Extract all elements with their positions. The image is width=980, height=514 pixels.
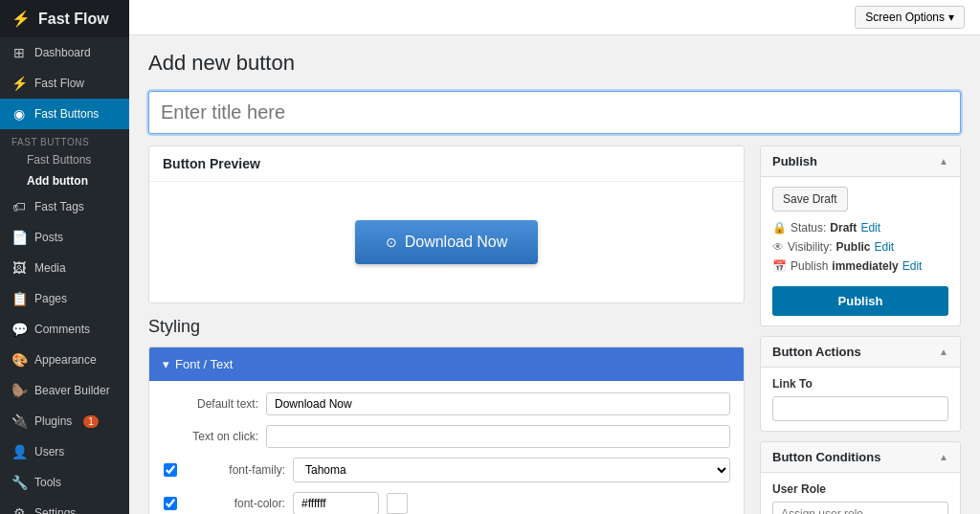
form-row-font-color: font-color: <box>163 492 730 514</box>
status-row: 🔒 Status: Draft Edit <box>772 221 948 235</box>
accordion-font-text-label: Font / Text <box>175 357 233 371</box>
two-column-layout: Button Preview ⊙ Download Now Styling <box>148 145 961 514</box>
sidebar: ⚡ Fast Flow ⊞ Dashboard ⚡ Fast Flow ◉ Fa… <box>0 0 129 514</box>
sidebar-item-settings[interactable]: ⚙ Settings <box>0 498 129 514</box>
sidebar-item-label: Dashboard <box>34 46 91 59</box>
text-on-click-label: Text on click: <box>163 430 258 443</box>
button-actions-body: Link To <box>761 368 960 431</box>
font-color-input[interactable] <box>293 492 379 514</box>
sidebar-item-label: Plugins <box>34 414 72 428</box>
sidebar-item-plugins[interactable]: 🔌 Plugins 1 <box>0 406 129 436</box>
beaver-builder-icon: 🦫 <box>11 383 27 398</box>
logo-label: Fast Flow <box>38 11 109 28</box>
font-family-checkbox[interactable] <box>164 463 177 477</box>
publish-metabox-body: Save Draft 🔒 Status: Draft Edit 👁 Visibi… <box>761 177 960 325</box>
save-draft-button[interactable]: Save Draft <box>772 187 848 212</box>
text-on-click-input[interactable] <box>266 425 730 448</box>
fast-tags-icon: 🏷 <box>11 199 27 214</box>
styling-title: Styling <box>148 317 745 337</box>
button-conditions-body: User Role Fast Tag Show for these tags A… <box>761 473 960 514</box>
link-to-label: Link To <box>772 377 948 391</box>
font-color-label: font-color: <box>189 497 285 510</box>
sidebar-item-label: Fast Buttons <box>34 107 99 121</box>
sidebar-sub-fast-buttons[interactable]: Fast Buttons <box>0 149 129 170</box>
sidebar-item-beaver-builder[interactable]: 🦫 Beaver Builder <box>0 375 129 406</box>
button-actions-header[interactable]: Button Actions ▲ <box>761 337 960 368</box>
status-value: Draft <box>830 221 857 235</box>
dashboard-icon: ⊞ <box>11 45 27 60</box>
page-content: Add new button Button Preview ⊙ Download… <box>129 35 980 514</box>
sidebar-item-users[interactable]: 👤 Users <box>0 436 129 467</box>
button-preview-header: Button Preview <box>149 146 744 182</box>
button-conditions-header[interactable]: Button Conditions ▲ <box>761 442 960 473</box>
sidebar-item-tools[interactable]: 🔧 Tools <box>0 467 129 498</box>
publish-edit-link[interactable]: Edit <box>902 259 923 273</box>
sidebar-item-posts[interactable]: 📄 Posts <box>0 222 129 253</box>
sidebar-item-label: Tools <box>34 476 61 489</box>
plugins-icon: 🔌 <box>11 413 27 429</box>
sidebar-item-comments[interactable]: 💬 Comments <box>0 314 129 345</box>
comments-icon: 💬 <box>11 322 27 337</box>
preview-button[interactable]: ⊙ Download Now <box>355 220 539 264</box>
font-family-select[interactable]: Tahoma Arial Georgia Verdana <box>293 458 730 482</box>
sidebar-item-label: Settings <box>34 506 76 514</box>
user-role-input[interactable] <box>772 502 948 514</box>
chevron-down-icon: ▾ <box>948 11 954 24</box>
visibility-row: 👁 Visibility: Public Edit <box>772 240 948 254</box>
link-to-input[interactable] <box>772 396 948 421</box>
tools-icon: 🔧 <box>11 475 27 490</box>
publish-button[interactable]: Publish <box>772 286 948 316</box>
sidebar-item-media[interactable]: 🖼 Media <box>0 253 129 283</box>
button-actions-metabox: Button Actions ▲ Link To <box>760 336 961 432</box>
appearance-icon: 🎨 <box>11 352 27 368</box>
fast-buttons-icon: ◉ <box>11 106 27 122</box>
users-icon: 👤 <box>11 444 27 459</box>
accordion-font-text-header[interactable]: ▾ Font / Text <box>149 347 744 381</box>
form-row-font-family: font-family: Tahoma Arial Georgia Verdan… <box>163 458 730 482</box>
sidebar-item-fast-buttons[interactable]: ◉ Fast Buttons <box>0 99 129 129</box>
publish-when-row: 📅 Publish immediately Edit <box>772 259 948 273</box>
font-color-swatch[interactable] <box>387 493 408 514</box>
accordion-expand-icon: ▾ <box>163 357 169 371</box>
sidebar-item-pages[interactable]: 📋 Pages <box>0 283 129 314</box>
sidebar-item-appearance[interactable]: 🎨 Appearance <box>0 345 129 375</box>
visibility-icon: 👁 <box>772 240 784 254</box>
sidebar-item-label: Posts <box>34 231 63 244</box>
publish-immediately: immediately <box>832 259 898 273</box>
publish-metabox-header[interactable]: Publish ▲ <box>761 146 960 177</box>
sidebar-item-label: Users <box>34 445 64 458</box>
sidebar-item-fast-flow[interactable]: ⚡ Fast Flow <box>0 68 129 99</box>
sidebar-item-fast-tags[interactable]: 🏷 Fast Tags <box>0 191 129 222</box>
logo-icon: ⚡ <box>11 10 31 28</box>
calendar-icon: 📅 <box>772 259 787 273</box>
button-conditions-metabox: Button Conditions ▲ User Role Fast Tag S… <box>760 441 961 514</box>
sidebar-item-label: Comments <box>34 323 90 336</box>
main-area: Screen Options ▾ Add new button Button P… <box>129 0 980 514</box>
title-input[interactable] <box>148 91 961 134</box>
status-label: Status: <box>791 221 826 235</box>
button-actions-toggle-icon: ▲ <box>939 346 948 357</box>
form-row-default-text: Default text: <box>163 392 730 415</box>
styling-section: Styling ▾ Font / Text Default text: <box>148 317 745 514</box>
sidebar-logo[interactable]: ⚡ Fast Flow <box>0 0 129 37</box>
plugins-badge: 1 <box>83 415 99 428</box>
accordion-font-text-body: Default text: Text on click: <box>149 381 744 514</box>
sidebar-item-label: Media <box>34 261 66 275</box>
form-row-text-on-click: Text on click: <box>163 425 730 448</box>
font-color-checkbox[interactable] <box>164 497 177 510</box>
visibility-edit-link[interactable]: Edit <box>874 240 894 254</box>
sidebar-sub-section-label: Fast Buttons <box>0 129 129 149</box>
sidebar-item-label: Appearance <box>34 353 97 367</box>
status-edit-link[interactable]: Edit <box>860 221 880 235</box>
button-preview-section: Button Preview ⊙ Download Now <box>148 145 745 303</box>
publish-title: Publish <box>772 154 817 168</box>
sidebar-item-dashboard[interactable]: ⊞ Dashboard <box>0 37 129 68</box>
screen-options-button[interactable]: Screen Options ▾ <box>855 6 965 29</box>
sidebar-item-label: Fast Flow <box>34 77 84 90</box>
left-panel: Button Preview ⊙ Download Now Styling <box>148 145 745 514</box>
default-text-input[interactable] <box>266 392 730 415</box>
sidebar-sub-add-button[interactable]: Add button <box>0 170 129 191</box>
publish-actions: Save Draft <box>772 187 948 212</box>
page-title: Add new button <box>148 51 961 76</box>
preview-button-icon: ⊙ <box>386 235 397 250</box>
